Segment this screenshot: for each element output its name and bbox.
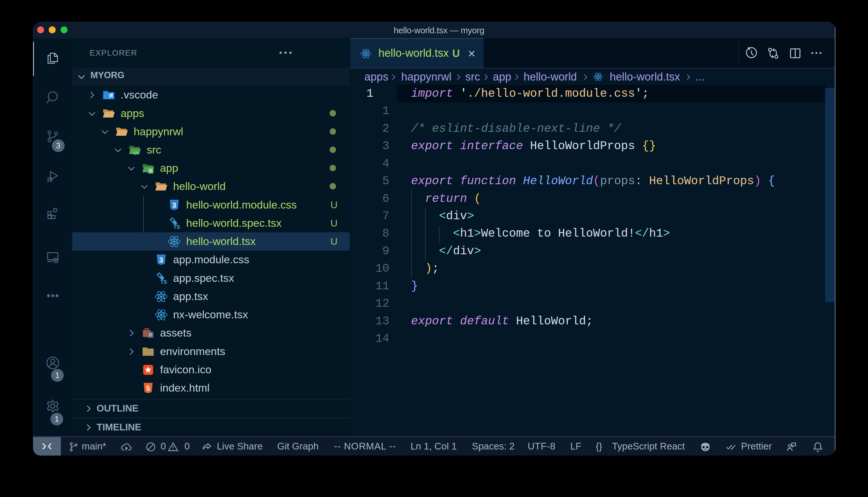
svg-text:TS: TS xyxy=(174,224,180,230)
svg-text:⚙: ⚙ xyxy=(149,168,153,173)
svg-text:3: 3 xyxy=(172,201,176,209)
svg-text:TS: TS xyxy=(160,279,167,285)
svg-text:</>: </> xyxy=(132,150,139,156)
svg-text:3: 3 xyxy=(159,256,163,264)
svg-text:5: 5 xyxy=(146,384,150,392)
